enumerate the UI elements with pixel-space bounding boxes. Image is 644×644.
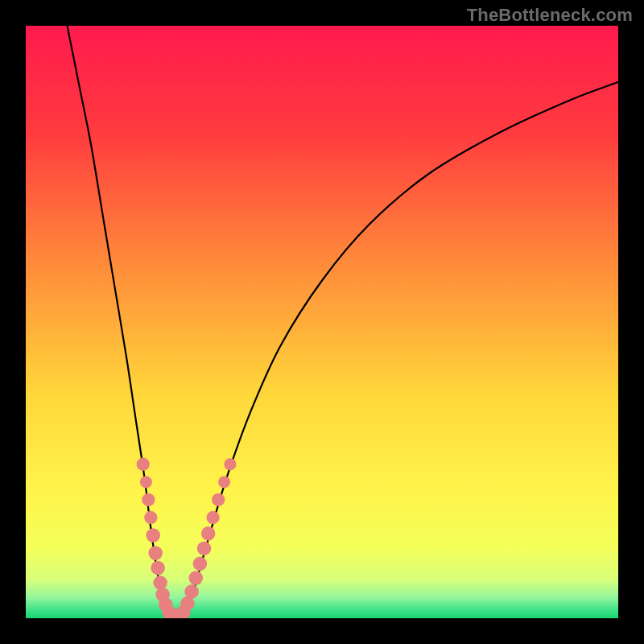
chart-frame: TheBottleneck.com — [0, 0, 644, 644]
scatter-point — [197, 541, 212, 555]
scatter-point — [148, 546, 163, 560]
scatter-point — [144, 511, 157, 524]
scatter-point — [224, 458, 236, 470]
scatter-point — [206, 511, 219, 524]
watermark-text: TheBottleneck.com — [467, 5, 633, 26]
scatter-point — [146, 528, 160, 543]
scatter-point — [137, 458, 150, 471]
scatter-point — [184, 584, 199, 599]
chart-svg — [26, 26, 618, 618]
scatter-point — [153, 576, 167, 590]
plot-area — [26, 26, 618, 618]
scatter-point — [201, 526, 216, 541]
scatter-point — [218, 476, 230, 488]
scatter-point — [193, 557, 208, 572]
scatter-point — [140, 476, 152, 488]
scatter-point — [212, 493, 225, 506]
scatter-point — [142, 493, 155, 506]
scatter-point — [188, 571, 203, 585]
gradient-background — [26, 26, 618, 618]
scatter-point — [151, 561, 165, 576]
